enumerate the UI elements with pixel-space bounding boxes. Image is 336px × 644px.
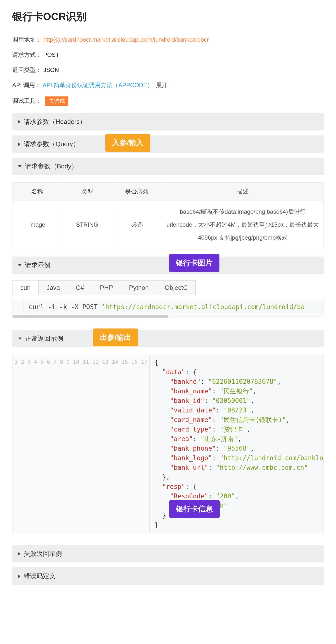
accordion-err-def-label: 错误码定义 [24,572,56,580]
chevron-right-icon [18,142,20,146]
accordion-req-example-label: 请求示例 [25,261,51,270]
table-row: image STRING 必选 base64编码(不传data:image/pn… [13,200,324,249]
accordion-resp-fail[interactable]: 失败返回示例 [12,545,324,562]
accordion-headers[interactable]: 请求参数（Headers） [12,113,324,130]
badge-input: 入参/输入 [105,134,150,152]
chevron-right-icon [18,120,20,124]
td-name: image [13,200,62,249]
accordion-resp-fail-label: 失败返回示例 [24,550,62,558]
accordion-body[interactable]: 请求参数（Body） [12,158,324,175]
code-tabs: curl Java C# PHP Python ObjectC [12,280,324,295]
url-value[interactable]: http(s)://cardnoocr.market.alicloudapi.c… [43,36,209,43]
accordion-headers-label: 请求参数（Headers） [24,118,86,126]
curl-code[interactable]: curl -i -k -X POST 'https://cardnoocr.ma… [13,300,323,314]
accordion-req-example[interactable]: 请求示例 [12,256,324,274]
accordion-query-label: 请求参数（Query） [24,140,79,148]
badge-card-img: 银行卡图片 [169,254,219,272]
tab-java[interactable]: Java [39,280,68,295]
debug-label: 调试工具： [12,98,42,104]
meta-api: API 调用： API 简单身份认证调用方法（APPCODE） 展开 [12,81,324,89]
tab-csharp[interactable]: C# [68,280,92,295]
td-req: 必选 [112,200,162,249]
badge-output: 出参/输出 [93,328,138,346]
method-label: 请求方式： [12,52,42,58]
api-value[interactable]: API 简单身份认证调用方法（APPCODE） [43,82,153,88]
th-type: 类型 [62,182,112,200]
chevron-down-icon [18,264,22,266]
chevron-down-icon [18,165,22,168]
json-response-block: 1 2 3 4 5 6 7 8 9 10 11 12 13 14 15 16 1… [12,355,324,533]
meta-return: 返回类型： JSON [12,66,324,74]
page-title: 银行卡OCR识别 [12,10,324,24]
meta-method: 请求方式： POST [12,51,324,59]
tab-php[interactable]: PHP [92,280,121,295]
accordion-resp-ok-label: 正常返回示例 [25,334,63,343]
chevron-right-icon [18,552,20,556]
th-desc: 描述 [162,182,324,200]
params-table: 名称 类型 是否必须 描述 image STRING 必选 base64编码(不… [12,182,324,249]
return-value: JSON [43,66,59,73]
api-expand[interactable]: 展开 [156,82,168,88]
meta-debug: 调试工具： 去调试 [12,96,324,106]
accordion-body-label: 请求参数（Body） [25,162,78,170]
tab-python[interactable]: Python [121,280,157,295]
td-type: STRING [62,200,112,249]
th-req: 是否必须 [112,182,162,200]
accordion-resp-ok[interactable]: 正常返回示例 [12,330,324,347]
badge-card-info: 银行卡信息 [169,500,220,518]
json-line-numbers: 1 2 3 4 5 6 7 8 9 10 11 12 13 14 15 16 1… [13,355,150,533]
tab-curl[interactable]: curl [12,280,39,295]
td-desc: base64编码(不传data:image/png;base64)后进行urle… [162,200,324,249]
accordion-err-def[interactable]: 错误码定义 [12,568,324,585]
api-label: API 调用： [12,82,41,88]
chevron-down-icon [18,338,22,340]
url-label: 调用地址： [12,36,42,43]
accordion-query[interactable]: 请求参数（Query） [12,135,324,153]
method-value: POST [43,52,59,58]
th-name: 名称 [13,182,62,200]
chevron-right-icon [18,574,20,578]
meta-url: 调用地址： http(s)://cardnoocr.market.aliclou… [12,36,324,44]
tab-objectc[interactable]: ObjectC [157,280,196,295]
curl-code-block: curl -i -k -X POST 'https://cardnoocr.ma… [12,300,324,314]
debug-button[interactable]: 去调试 [45,96,68,106]
scrollbar[interactable] [12,315,324,318]
return-label: 返回类型： [12,66,42,73]
code-gutter [13,300,24,314]
